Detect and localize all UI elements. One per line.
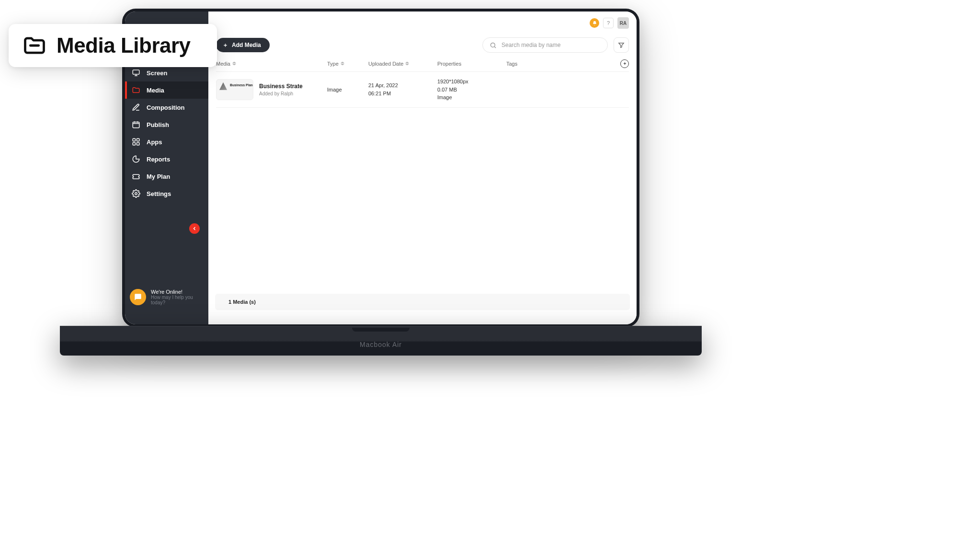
sidebar-item-reports[interactable]: Reports — [125, 150, 208, 168]
monitor-icon — [132, 69, 140, 77]
grid-icon — [132, 138, 140, 146]
edit-icon — [132, 103, 140, 112]
main-content: ? RA Add Media — [208, 12, 637, 324]
add-column-button[interactable] — [620, 59, 629, 68]
svg-point-7 — [491, 43, 495, 47]
arrow-left-icon — [192, 226, 197, 231]
svg-rect-4 — [133, 143, 135, 145]
topbar: ? RA — [208, 12, 637, 34]
collapse-sidebar-button[interactable] — [189, 223, 200, 234]
svg-rect-2 — [133, 138, 135, 141]
sidebar-item-label: Screen — [147, 69, 167, 77]
sort-icon — [341, 61, 344, 66]
table-footer: 1 Media (s) — [215, 294, 630, 310]
bell-icon — [592, 21, 597, 26]
media-dimensions: 1920*1080px — [437, 78, 506, 86]
media-thumbnail: Business Plan — [216, 79, 253, 100]
page-title-card: Media Library — [9, 24, 217, 67]
chart-icon — [132, 155, 140, 163]
filter-icon — [618, 42, 625, 48]
sidebar-item-label: Settings — [147, 190, 171, 197]
sort-icon — [405, 61, 409, 66]
media-type: Image — [327, 87, 368, 92]
search-input[interactable] — [501, 42, 601, 48]
laptop-label: Macbook Air — [360, 341, 402, 348]
gear-icon — [132, 189, 140, 198]
media-count: 1 Media (s) — [228, 299, 256, 305]
table-row[interactable]: Business Plan Business Strate Added by R… — [216, 72, 629, 108]
folder-icon — [132, 86, 140, 94]
media-name: Business Strate — [259, 83, 303, 90]
sidebar-item-apps[interactable]: Apps — [125, 133, 208, 150]
sidebar-item-label: Publish — [147, 121, 169, 128]
page-title: Media Library — [57, 34, 191, 58]
chat-icon — [130, 289, 146, 305]
plus-icon — [623, 61, 627, 66]
filter-button[interactable] — [614, 37, 629, 53]
folder-icon — [22, 33, 47, 58]
sidebar-item-composition[interactable]: Composition — [125, 99, 208, 116]
sidebar-item-myplan[interactable]: My Plan — [125, 168, 208, 185]
ticket-icon — [132, 172, 140, 181]
svg-point-6 — [135, 193, 137, 195]
svg-rect-3 — [137, 138, 139, 141]
user-avatar[interactable]: RA — [617, 17, 629, 29]
calendar-icon — [132, 120, 140, 129]
svg-rect-1 — [133, 122, 139, 128]
chat-widget[interactable]: We're Online! How may I help you today? — [130, 289, 208, 305]
col-header-properties: Properties — [437, 61, 506, 67]
media-size: 0.07 MB — [437, 86, 506, 94]
svg-rect-5 — [137, 143, 139, 145]
sidebar-item-label: Media — [147, 87, 164, 94]
col-header-tags: Tags — [506, 61, 615, 67]
search-box[interactable] — [482, 37, 608, 53]
search-icon — [490, 42, 497, 49]
sidebar-item-label: Composition — [147, 104, 184, 111]
svg-rect-0 — [133, 70, 139, 74]
sidebar-item-label: Apps — [147, 138, 162, 146]
notification-button[interactable] — [590, 18, 599, 28]
media-kind: Image — [437, 93, 506, 102]
table-header: Media Type Uploaded Date Properties Tags — [216, 56, 629, 72]
col-header-uploaded[interactable]: Uploaded Date — [368, 61, 437, 67]
sidebar-item-publish[interactable]: Publish — [125, 116, 208, 133]
help-button[interactable]: ? — [603, 18, 614, 28]
chat-title: We're Online! — [151, 289, 208, 295]
upload-date: 21 Apr, 2022 — [368, 81, 437, 90]
action-bar: Add Media — [208, 34, 637, 56]
sidebar-item-media[interactable]: Media — [125, 81, 208, 99]
add-media-label: Add Media — [232, 42, 261, 48]
sidebar-item-label: Reports — [147, 156, 170, 163]
upload-time: 06:21 PM — [368, 90, 437, 98]
media-table: Media Type Uploaded Date Properties Tags… — [208, 56, 637, 294]
sort-icon — [232, 61, 236, 66]
chat-subtitle: How may I help you today? — [151, 295, 208, 305]
sidebar-item-label: My Plan — [147, 173, 170, 180]
plus-icon — [223, 43, 228, 48]
col-header-media[interactable]: Media — [216, 61, 327, 67]
media-added-by: Added by Ralph — [259, 91, 303, 96]
add-media-button[interactable]: Add Media — [216, 38, 270, 52]
sidebar-item-settings[interactable]: Settings — [125, 185, 208, 202]
col-header-type[interactable]: Type — [327, 61, 368, 67]
